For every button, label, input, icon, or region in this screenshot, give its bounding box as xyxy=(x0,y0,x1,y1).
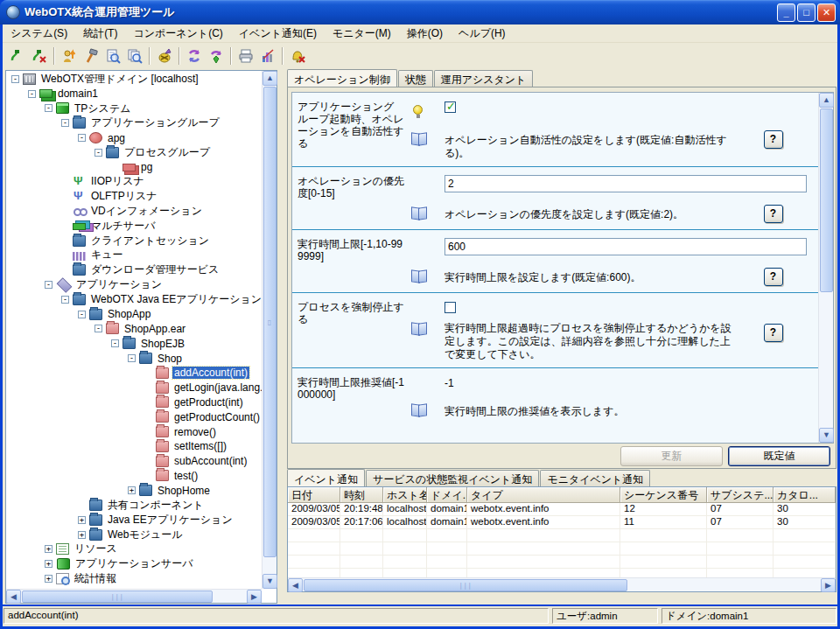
tree-item[interactable]: -アプリケーショングループ xyxy=(7,115,262,130)
menu-help[interactable]: ヘルプ(H) xyxy=(451,24,514,43)
expand-icon[interactable]: + xyxy=(45,575,52,583)
table-row[interactable]: 2009/03/0520:19:48localhostdomain1webotx… xyxy=(288,503,836,516)
minimize-button[interactable]: _ xyxy=(777,3,795,22)
tree-item[interactable]: VDインフォメーション xyxy=(7,204,262,219)
tree-item[interactable]: キュー xyxy=(7,248,262,263)
tree-hscroll-thumb[interactable]: ∣∣∣ xyxy=(22,591,213,603)
table-horizontal-scrollbar[interactable]: ◀ ∣∣∣ ▶ xyxy=(288,577,836,591)
auto-activate-checkbox[interactable] xyxy=(444,101,456,113)
column-header[interactable]: タイプ xyxy=(467,487,620,503)
tree-item[interactable]: test() xyxy=(7,469,262,484)
tree-item-label[interactable]: addAccount(int) xyxy=(172,367,249,379)
tree-item[interactable]: クライアントセッション xyxy=(7,234,262,248)
column-header[interactable]: ホスト名 xyxy=(383,487,427,503)
collapse-icon[interactable]: - xyxy=(11,75,19,83)
tree-item[interactable]: getProductCount() xyxy=(7,409,262,424)
menu-operation[interactable]: 操作(O) xyxy=(399,24,451,43)
collapse-icon[interactable]: - xyxy=(61,296,69,304)
menu-system[interactable]: システム(S) xyxy=(3,24,75,43)
close-button[interactable]: ✕ xyxy=(817,3,836,22)
tree-item[interactable]: addAccount(int) xyxy=(7,366,262,381)
priority-input[interactable] xyxy=(444,175,807,192)
tree-item[interactable]: -TPシステム xyxy=(7,101,262,116)
tree-item[interactable]: -アプリケーション xyxy=(7,277,262,292)
tree-item-label[interactable]: remove() xyxy=(172,426,218,438)
tree-item[interactable]: +Java EEアプリケーション xyxy=(7,513,262,528)
tree-item-label[interactable]: 共有コンポーネント xyxy=(106,498,206,513)
tree-vscroll-thumb[interactable]: ▯ xyxy=(263,87,276,557)
help-button[interactable]: ? xyxy=(764,130,783,149)
scroll-up-icon[interactable]: ▲ xyxy=(819,93,834,108)
chart-button[interactable] xyxy=(256,45,278,66)
title-bar[interactable]: WebOTX統合運用管理ツール _ □ ✕ xyxy=(0,0,840,24)
force-stop-checkbox[interactable] xyxy=(444,302,456,313)
collapse-icon[interactable]: - xyxy=(128,354,136,362)
tree-item-label[interactable]: OLFTPリスナ xyxy=(89,189,159,204)
column-header[interactable]: ドメイ... xyxy=(427,487,467,503)
tree-item-label[interactable]: キュー xyxy=(89,248,125,262)
tab-event-notify[interactable]: イベント通知 xyxy=(287,469,365,486)
tree-item-label[interactable]: getProduct(int) xyxy=(172,396,245,409)
help-button[interactable]: ? xyxy=(764,324,783,342)
collapse-icon[interactable]: - xyxy=(94,325,102,332)
collapse-icon[interactable]: - xyxy=(94,149,102,157)
tree-item-label[interactable]: ShopApp xyxy=(106,308,152,320)
tree-item-label[interactable]: test() xyxy=(172,470,200,482)
tree-item-label[interactable]: プロセスグループ xyxy=(122,145,212,160)
view-logs-button[interactable] xyxy=(123,45,145,66)
tree-item-label[interactable]: domain1 xyxy=(56,87,100,100)
tab-operation-control[interactable]: オペレーション制御 xyxy=(287,69,397,87)
column-header[interactable]: サブシステ... xyxy=(707,487,774,503)
tree-item-label[interactable]: WebOTX管理ドメイン [localhost] xyxy=(39,72,200,87)
collapse-icon[interactable]: - xyxy=(61,119,69,127)
webotx-button[interactable] xyxy=(153,45,175,66)
update-button[interactable]: 更新 xyxy=(620,446,723,466)
tree-item[interactable]: setItems([]) xyxy=(7,439,262,454)
collapse-icon[interactable]: - xyxy=(111,339,119,347)
tree-item[interactable]: -WebOTX管理ドメイン [localhost] xyxy=(7,72,262,87)
expand-icon[interactable]: + xyxy=(45,545,52,553)
help-button[interactable]: ? xyxy=(764,268,783,286)
tree-item[interactable]: getProduct(int) xyxy=(7,395,262,410)
tree-horizontal-scrollbar[interactable]: ◀ ∣∣∣ ▶ xyxy=(6,589,262,603)
tree-item-label[interactable]: 統計情報 xyxy=(73,571,118,586)
column-header[interactable]: 日付 xyxy=(288,487,340,503)
scroll-right-icon[interactable]: ▶ xyxy=(247,590,262,604)
form-vertical-scrollbar[interactable]: ▲ ▼ xyxy=(818,93,833,443)
tree-item[interactable]: -Shop xyxy=(7,351,262,366)
tab-assistant[interactable]: 運用アシスタント xyxy=(434,70,534,87)
tree-item-label[interactable]: アプリケーションサーバ xyxy=(74,556,195,571)
refresh-button[interactable] xyxy=(183,45,205,66)
tree-item-label[interactable]: subAccount(int) xyxy=(172,455,248,467)
tree-item-label[interactable]: リソース xyxy=(73,542,119,556)
tree-item[interactable]: +リソース xyxy=(7,542,262,557)
tree-item[interactable]: 共有コンポーネント xyxy=(7,498,262,513)
tree-item[interactable]: -プロセスグループ xyxy=(7,145,262,160)
scroll-left-icon[interactable]: ◀ xyxy=(6,590,21,604)
scroll-up-icon[interactable]: ▲ xyxy=(262,71,277,86)
tree-item[interactable]: +アプリケーションサーバ xyxy=(7,556,262,571)
tree-item[interactable]: ダウンローダ管理サービス xyxy=(7,262,262,277)
tree-item-label[interactable]: getProductCount() xyxy=(172,411,262,423)
tree-item[interactable]: getLogin(java.lang.S xyxy=(7,381,262,395)
expand-icon[interactable]: + xyxy=(45,560,52,568)
column-header[interactable]: カタロ... xyxy=(774,487,836,503)
start-button[interactable] xyxy=(58,45,80,66)
expand-icon[interactable]: + xyxy=(78,531,86,539)
tree-item-label[interactable]: getLogin(java.lang.S xyxy=(172,381,262,394)
column-header[interactable]: シーケンス番号 xyxy=(620,487,707,503)
tree-item[interactable]: IIOPリスナ xyxy=(7,175,262,190)
tree-item[interactable]: +ShopHome xyxy=(7,483,262,498)
menu-statistics[interactable]: 統計(T) xyxy=(75,24,125,43)
tree-item-label[interactable]: ダウンローダ管理サービス xyxy=(89,262,220,277)
tree-item[interactable]: pg xyxy=(7,160,262,175)
tree-item[interactable]: -domain1 xyxy=(7,87,262,101)
tree-item-label[interactable]: VDインフォメーション xyxy=(89,204,204,219)
tree-item-label[interactable]: アプリケーション xyxy=(74,277,164,292)
tree-item-label[interactable]: Java EEアプリケーション xyxy=(106,513,234,528)
exec-time-limit-input[interactable] xyxy=(444,238,807,255)
tree-item[interactable]: -ShopEJB xyxy=(7,336,262,351)
tree-item[interactable]: -apg xyxy=(7,130,262,145)
collapse-icon[interactable]: - xyxy=(45,104,52,112)
tree-item[interactable]: remove() xyxy=(7,424,262,439)
